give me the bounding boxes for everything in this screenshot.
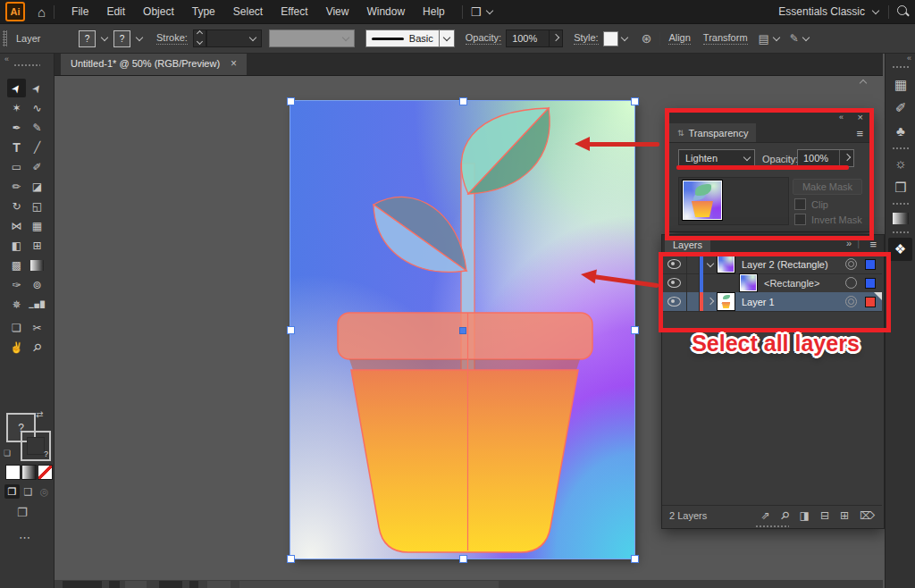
blend-tool[interactable]: ⊚ xyxy=(28,275,46,294)
dock-grip[interactable] xyxy=(892,202,910,206)
color-fill-button[interactable] xyxy=(5,465,21,480)
selection-handle[interactable] xyxy=(459,555,467,563)
type-tool[interactable]: T xyxy=(7,138,26,156)
gradient-tool[interactable] xyxy=(28,256,46,274)
layer-thumbnail[interactable] xyxy=(739,273,758,292)
dock-grip[interactable] xyxy=(892,147,910,150)
column-graph-tool[interactable]: ▁▅█ xyxy=(28,295,46,314)
target-circle-icon[interactable] xyxy=(845,277,857,289)
brushes-icon[interactable]: ✐ xyxy=(886,100,915,116)
visibility-toggle[interactable] xyxy=(662,292,687,311)
status-box[interactable] xyxy=(125,581,147,588)
scale-tool[interactable]: ◱ xyxy=(28,197,46,215)
new-sublayer-icon[interactable]: ⊟ xyxy=(820,509,829,522)
menu-type[interactable]: Type xyxy=(183,5,224,18)
close-panel-icon[interactable]: × xyxy=(858,112,863,122)
panel-grip[interactable] xyxy=(3,30,7,46)
menu-view[interactable]: View xyxy=(317,5,358,18)
layers-tab[interactable]: Layers xyxy=(665,236,710,254)
toolbar-grip[interactable] xyxy=(13,63,40,67)
layer-row-rectangle[interactable]: <Rectangle> xyxy=(662,273,882,293)
swatches-icon[interactable]: ▦ xyxy=(886,77,915,93)
transparency-icon[interactable]: ❒ xyxy=(886,180,915,196)
opacity-stepper-chevron[interactable] xyxy=(549,30,562,46)
expand-panel-icon[interactable]: » xyxy=(846,238,852,248)
collapse-toolbar-icon[interactable]: « xyxy=(4,55,9,63)
transparency-opacity-field[interactable]: 100% xyxy=(797,149,854,167)
selection-color-swatch[interactable] xyxy=(865,259,876,270)
swap-fill-stroke-icon[interactable]: ⇄ xyxy=(36,409,43,419)
illustrator-logo-icon[interactable]: Ai xyxy=(5,2,25,21)
panel-menu-icon[interactable]: ≡ xyxy=(869,238,877,251)
panel-resize-grip[interactable] xyxy=(755,525,789,528)
panel-menu-icon[interactable]: ≡ xyxy=(856,127,863,140)
locate-object-icon[interactable]: ⚲ xyxy=(777,508,792,522)
menu-select[interactable]: Select xyxy=(224,5,272,18)
rectangle-tool[interactable]: ▭ xyxy=(7,157,26,176)
menu-edit[interactable]: Edit xyxy=(97,5,134,18)
layer-name[interactable]: <Rectangle> xyxy=(764,278,845,289)
hand-tool[interactable]: ✌ xyxy=(7,338,26,357)
menu-file[interactable]: File xyxy=(63,5,97,18)
gradient-icon[interactable] xyxy=(893,213,909,224)
transparency-tab[interactable]: ⇅ Transparency xyxy=(669,123,756,142)
fill-color-dropdown[interactable] xyxy=(97,33,113,44)
rotate-tool[interactable]: ↻ xyxy=(7,197,26,215)
collect-for-export-icon[interactable]: ⇗ xyxy=(761,509,770,522)
brush-definition-chevron[interactable] xyxy=(440,29,455,47)
zoom-level-box[interactable] xyxy=(63,581,102,588)
layers-icon[interactable]: ❖ xyxy=(888,238,912,261)
layer-row-layer2[interactable]: Layer 2 (Rectangle) xyxy=(662,255,882,274)
status-box[interactable] xyxy=(189,581,198,588)
stroke-proxy-swatch[interactable]: ? xyxy=(21,431,51,461)
transform-panel-link[interactable]: Transform xyxy=(703,32,748,45)
none-fill-button[interactable] xyxy=(38,465,53,480)
selection-handle[interactable] xyxy=(287,555,295,563)
scroll-up-icon[interactable] xyxy=(859,79,868,89)
expand-layer-icon[interactable] xyxy=(703,298,717,306)
layer-row-layer1[interactable]: Layer 1 xyxy=(662,292,882,312)
selection-handle[interactable] xyxy=(459,97,467,105)
draw-normal-mode-icon[interactable]: ❐ xyxy=(4,484,20,499)
mesh-tool[interactable]: ▩ xyxy=(7,256,26,274)
stroke-panel-link[interactable]: Stroke: xyxy=(156,32,188,45)
color-icon[interactable]: ☼ xyxy=(886,155,915,171)
shaper-tool[interactable]: ✏ xyxy=(7,177,26,196)
home-icon[interactable]: ⌂ xyxy=(38,4,46,20)
arrange-documents-button[interactable]: ❒ xyxy=(471,5,495,19)
transparency-opacity-label[interactable]: Opacity: xyxy=(762,154,798,166)
style-dropdown[interactable] xyxy=(603,31,629,46)
layer-name[interactable]: Layer 1 xyxy=(742,297,845,307)
selection-handle[interactable] xyxy=(287,97,295,105)
paintbrush-tool[interactable]: ✐ xyxy=(28,157,46,176)
selection-handle[interactable] xyxy=(631,97,639,105)
new-layer-icon[interactable]: ⊞ xyxy=(840,509,849,522)
more-tools-icon[interactable]: ⋯ xyxy=(19,531,31,544)
opacity-field[interactable]: 100% xyxy=(506,29,563,47)
visibility-toggle[interactable] xyxy=(662,273,687,292)
artboard-nav-box[interactable] xyxy=(159,581,182,588)
opacity-panel-link[interactable]: Opacity: xyxy=(466,32,501,45)
slice-tool[interactable]: ✂ xyxy=(28,318,46,337)
default-fill-stroke-icon[interactable]: ❏ xyxy=(4,449,11,458)
menu-effect[interactable]: Effect xyxy=(272,5,316,18)
visibility-toggle[interactable] xyxy=(662,255,687,273)
width-tool[interactable]: ⋈ xyxy=(7,216,26,235)
object-thumbnail[interactable] xyxy=(682,180,723,221)
selection-center-handle[interactable] xyxy=(459,327,466,334)
magic-wand-tool[interactable]: ✶ xyxy=(7,98,26,117)
make-clipping-mask-icon[interactable]: ◨ xyxy=(800,509,810,522)
target-circle-icon[interactable] xyxy=(845,296,857,307)
search-icon[interactable] xyxy=(897,5,907,18)
draw-inside-mode-icon[interactable]: ◎ xyxy=(37,484,52,499)
dock-grip[interactable] xyxy=(892,65,910,69)
stroke-color-dropdown[interactable] xyxy=(131,33,147,44)
brush-definition-dropdown[interactable]: Basic xyxy=(365,29,440,47)
stroke-width-dropdown[interactable] xyxy=(206,29,262,47)
stroke-width-stepper[interactable] xyxy=(193,29,206,47)
draw-behind-mode-icon[interactable]: ❑ xyxy=(21,484,36,499)
status-box[interactable] xyxy=(109,581,120,588)
workspace-switcher[interactable]: Essentials Classic xyxy=(778,5,880,18)
eyedropper-tool[interactable]: ✑ xyxy=(7,275,26,294)
lock-cell[interactable] xyxy=(687,255,700,273)
